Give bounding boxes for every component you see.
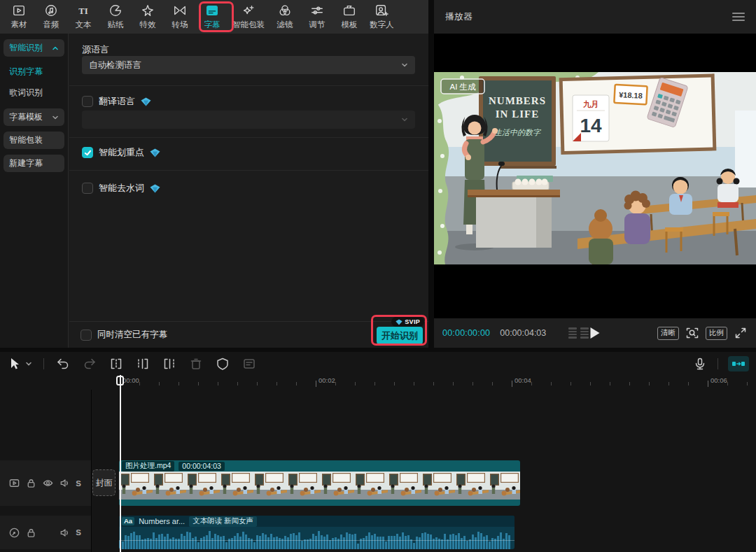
translate-language-label: 翻译语言 xyxy=(99,95,135,108)
sidebar-group-smart-recognition[interactable]: 智能识别 xyxy=(4,39,64,57)
undo-icon[interactable] xyxy=(55,356,71,371)
eye-icon[interactable] xyxy=(42,477,54,489)
sidebar-item-new-caption[interactable]: 新建字幕 xyxy=(4,155,64,172)
video-preview-frame: NUMBERS IN LIFE 生活中的数字 九月 14 xyxy=(434,72,756,264)
tab-filter[interactable]: 滤镜 xyxy=(269,0,301,34)
lock-icon[interactable] xyxy=(25,477,37,489)
sidebar-item-recognize-captions[interactable]: 识别字幕 xyxy=(9,66,68,78)
caption-batch-icon[interactable] xyxy=(241,356,257,371)
track-density-icon[interactable] xyxy=(568,327,589,339)
sidebar-group-caption-templates[interactable]: 字幕模板 xyxy=(4,108,64,126)
play-button[interactable] xyxy=(591,327,600,339)
video-thumbnail xyxy=(186,472,220,500)
translate-language-select[interactable] xyxy=(82,111,415,129)
audio-track-icon xyxy=(8,527,20,539)
sidebar-item-smart-package[interactable]: 智能包装 xyxy=(4,132,64,149)
timeline-ruler[interactable]: 00:0000:0200:0400:06 xyxy=(0,375,756,390)
audio-icon xyxy=(43,3,59,17)
tab-label: 贴纸 xyxy=(108,20,124,30)
fullscreen-icon[interactable] xyxy=(734,326,748,340)
playhead[interactable] xyxy=(120,375,121,552)
timeline-toolbar xyxy=(0,352,756,375)
audio-clip-name: Numbers ar... xyxy=(139,517,185,525)
video-thumbnail xyxy=(388,472,421,500)
trim-right-icon[interactable] xyxy=(162,356,177,371)
chevron-up-icon xyxy=(52,45,59,52)
speaker-icon[interactable] xyxy=(59,527,71,539)
adjust-icon xyxy=(309,3,325,17)
recognize-captions-panel: 源语言 自动检测语言 翻译语言 智能划重点 xyxy=(69,34,428,348)
snap-toggle-icon[interactable] xyxy=(728,356,749,371)
speaker-icon[interactable] xyxy=(59,477,71,489)
timeline-tracks: S S 封面 图片处理.mp4 00:00:04:03 xyxy=(0,390,756,552)
preview-zoom-icon[interactable] xyxy=(685,326,699,340)
redo-icon[interactable] xyxy=(82,356,97,371)
vip-diamond-icon xyxy=(150,148,160,157)
ratio-button[interactable]: 比例 xyxy=(706,327,727,340)
tab-text[interactable]: TI 文本 xyxy=(67,0,99,34)
tab-media[interactable]: 素材 xyxy=(3,0,35,34)
video-clip[interactable]: 图片处理.mp4 00:00:04:03 xyxy=(119,460,520,506)
video-thumbnail xyxy=(153,472,186,500)
video-thumbnail xyxy=(287,472,321,500)
tab-label: 特效 xyxy=(140,20,156,30)
trim-left-icon[interactable] xyxy=(135,356,150,371)
cover-button[interactable]: 封面 xyxy=(92,469,115,496)
video-clip-duration: 00:00:04:03 xyxy=(178,462,224,471)
tab-label: 智能包装 xyxy=(232,20,265,30)
tab-sticker[interactable]: 贴纸 xyxy=(99,0,132,34)
template-icon xyxy=(342,3,357,17)
clear-existing-row: 同时清空已有字幕 xyxy=(80,329,167,341)
svg-text:NUMBERS: NUMBERS xyxy=(489,95,546,106)
tab-label: 调节 xyxy=(309,20,326,30)
tts-voice-badge: 文本朗读 新闻女声 xyxy=(189,516,257,527)
translate-language-checkbox[interactable] xyxy=(82,96,93,107)
sidebar-item-lyrics-recognition[interactable]: 歌词识别 xyxy=(9,87,68,99)
ruler-minor-tick xyxy=(296,382,297,385)
playhead-handle[interactable] xyxy=(116,376,124,385)
record-voiceover-icon[interactable] xyxy=(692,356,708,371)
mask-icon[interactable] xyxy=(215,356,230,371)
solo-button[interactable]: S xyxy=(76,528,81,537)
ruler-minor-tick xyxy=(335,382,336,385)
vip-diamond-icon xyxy=(141,97,151,106)
tab-audio[interactable]: 音频 xyxy=(35,0,67,34)
track-header-divider xyxy=(91,390,92,552)
tab-digital-human[interactable]: 数字人 xyxy=(365,0,398,34)
remove-filler-row: 智能去水词 xyxy=(82,182,160,194)
audio-clip[interactable]: Aa Numbers ar... 文本朗读 新闻女声 xyxy=(119,516,514,549)
smart-highlight-checkbox[interactable] xyxy=(82,147,93,158)
captions-icon xyxy=(204,3,220,17)
ruler-minor-tick xyxy=(453,382,454,385)
ruler-major-tick xyxy=(708,381,708,387)
remove-filler-checkbox[interactable] xyxy=(82,183,93,194)
ruler-minor-tick xyxy=(433,382,434,385)
split-icon[interactable] xyxy=(108,356,124,371)
clear-existing-checkbox[interactable] xyxy=(80,330,92,341)
clarity-button[interactable]: 清晰 xyxy=(657,327,679,340)
toolbar-divider xyxy=(43,358,44,369)
solo-button[interactable]: S xyxy=(76,479,81,488)
player-menu-icon[interactable] xyxy=(732,13,745,21)
lock-icon[interactable] xyxy=(25,527,37,539)
tab-captions[interactable]: 字幕 xyxy=(196,0,228,34)
tab-smart-package[interactable]: 智能包装 xyxy=(228,0,269,34)
ruler-minor-tick xyxy=(551,382,552,385)
svip-badge: SVIP xyxy=(391,317,424,327)
player-title: 播放器 xyxy=(445,10,472,23)
tab-template[interactable]: 模板 xyxy=(333,0,365,34)
tab-effects[interactable]: 特效 xyxy=(132,0,164,34)
tab-transition[interactable]: 转场 xyxy=(164,0,196,34)
source-language-select[interactable]: 自动检测语言 xyxy=(82,56,415,74)
select-tool[interactable] xyxy=(7,356,32,371)
ruler-minor-tick xyxy=(610,382,610,385)
ruler-minor-tick xyxy=(629,382,630,385)
delete-icon[interactable] xyxy=(188,356,204,371)
start-recognition-button[interactable]: 开始识别 xyxy=(377,327,423,344)
ruler-tick-label: 00:00 xyxy=(122,376,139,384)
tab-adjust[interactable]: 调节 xyxy=(301,0,333,34)
ruler-major-tick xyxy=(316,381,316,387)
ruler-minor-tick xyxy=(570,382,571,385)
ruler-tick-label: 00:02 xyxy=(318,376,335,384)
video-editor-app: 素材 音频 TI 文本 贴纸 特效 转场 字幕 智能包装 xyxy=(0,0,756,552)
